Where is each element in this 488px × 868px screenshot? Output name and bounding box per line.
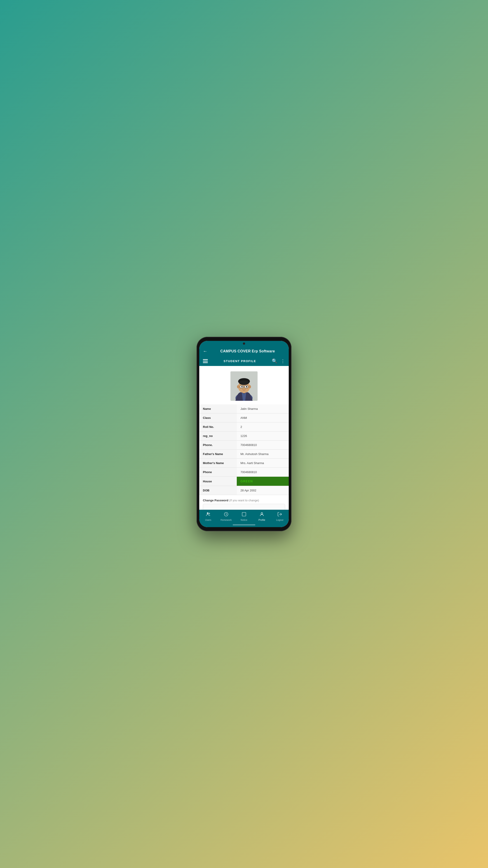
content-area[interactable]: Name Jatin Sharma Class ANM Roll No. 2 r…	[199, 366, 289, 510]
row-phone: Phone. 7004680810	[199, 440, 289, 450]
house-value: GREEN	[237, 477, 289, 486]
svg-point-17	[208, 513, 210, 514]
svg-point-11	[241, 386, 242, 388]
back-button[interactable]: ←	[203, 348, 207, 354]
dob-value: 28 Apr 2002	[237, 486, 289, 495]
father-label: Father's Name	[199, 450, 237, 459]
nav-item-homework[interactable]: Homework	[217, 510, 235, 523]
search-icon[interactable]: 🔍	[272, 358, 278, 364]
change-password-hint: (If you want to change)	[229, 499, 259, 502]
class-label: Class	[199, 413, 237, 423]
name-label: Name	[199, 404, 237, 413]
navigation-bar: STUDENT PROFILE 🔍 ⋮	[199, 356, 289, 366]
reg-label: reg_no	[199, 432, 237, 440]
hamburger-menu[interactable]	[203, 359, 208, 363]
row-father: Father's Name Mr. Ashutosh Sharma	[199, 450, 289, 459]
nav-item-profile[interactable]: Profile	[253, 510, 271, 523]
hamburger-line-2	[203, 361, 208, 362]
nav-item-logout[interactable]: Logout	[271, 510, 289, 523]
phone-value: 7004680810	[237, 440, 289, 450]
mother-label: Mother's Name	[199, 459, 237, 468]
phone-screen: ← CAMPUS COVER Erp Software STUDENT PROF…	[199, 341, 289, 527]
nav-item-notice[interactable]: Notice	[235, 510, 253, 523]
nav-item-users[interactable]: Users	[199, 510, 217, 523]
profile-label: Profile	[258, 519, 265, 521]
svg-point-16	[207, 513, 208, 514]
top-bar: ← CAMPUS COVER Erp Software	[199, 346, 289, 356]
notice-icon	[241, 512, 247, 518]
row-dob: DOB 28 Apr 2002	[199, 486, 289, 495]
logout-icon	[277, 512, 282, 518]
status-bar	[199, 341, 289, 346]
phone2-value: 7004680810	[237, 468, 289, 477]
camera-dot	[243, 342, 245, 345]
row-phone2: Phone 7004680810	[199, 468, 289, 477]
profile-icon	[259, 512, 264, 518]
row-mother: Mother's Name Mrs. Aarti Sharma	[199, 459, 289, 468]
name-value: Jatin Sharma	[237, 404, 289, 413]
roll-value: 2	[237, 423, 289, 432]
svg-point-8	[249, 385, 251, 388]
nav-icons: 🔍 ⋮	[272, 358, 285, 364]
homework-label: Homework	[221, 519, 232, 521]
change-password-label: Change Password (If you want to change)	[203, 499, 285, 502]
change-password-section: Change Password (If you want to change)	[199, 495, 289, 510]
homework-icon	[224, 512, 229, 518]
row-house: House GREEN	[199, 477, 289, 486]
page-title: STUDENT PROFILE	[224, 360, 256, 363]
phone-frame: ← CAMPUS COVER Erp Software STUDENT PROF…	[197, 337, 291, 531]
class-value: ANM	[237, 413, 289, 423]
mother-value: Mrs. Aarti Sharma	[237, 459, 289, 468]
hamburger-line-1	[203, 359, 208, 360]
users-icon	[206, 512, 211, 518]
row-roll: Roll No. 2	[199, 423, 289, 432]
svg-point-6	[239, 380, 249, 385]
phone-label: Phone.	[199, 440, 237, 450]
hamburger-line-3	[203, 362, 208, 363]
reg-value: 1226	[237, 432, 289, 440]
row-class: Class ANM	[199, 413, 289, 423]
phone2-label: Phone	[199, 468, 237, 477]
svg-rect-19	[242, 513, 246, 516]
house-label: House	[199, 477, 237, 486]
svg-point-20	[261, 513, 263, 514]
home-indicator-bar	[233, 524, 255, 525]
student-info-table: Name Jatin Sharma Class ANM Roll No. 2 r…	[199, 404, 289, 495]
row-reg: reg_no 1226	[199, 432, 289, 440]
bottom-navigation: Users Homework	[199, 510, 289, 523]
notice-label: Notice	[240, 519, 248, 521]
svg-point-7	[237, 385, 239, 388]
app-title: CAMPUS COVER Erp Software	[210, 349, 285, 353]
logout-label: Logout	[276, 519, 284, 521]
home-indicator	[199, 523, 289, 527]
father-value: Mr. Ashutosh Sharma	[237, 450, 289, 459]
dob-label: DOB	[199, 486, 237, 495]
roll-label: Roll No.	[199, 423, 237, 432]
profile-photo	[230, 371, 258, 401]
profile-photo-section	[199, 366, 289, 404]
more-options-icon[interactable]: ⋮	[281, 358, 285, 364]
row-name: Name Jatin Sharma	[199, 404, 289, 413]
users-label: Users	[205, 519, 211, 521]
change-password-input[interactable]	[203, 504, 285, 510]
svg-point-12	[246, 386, 247, 388]
